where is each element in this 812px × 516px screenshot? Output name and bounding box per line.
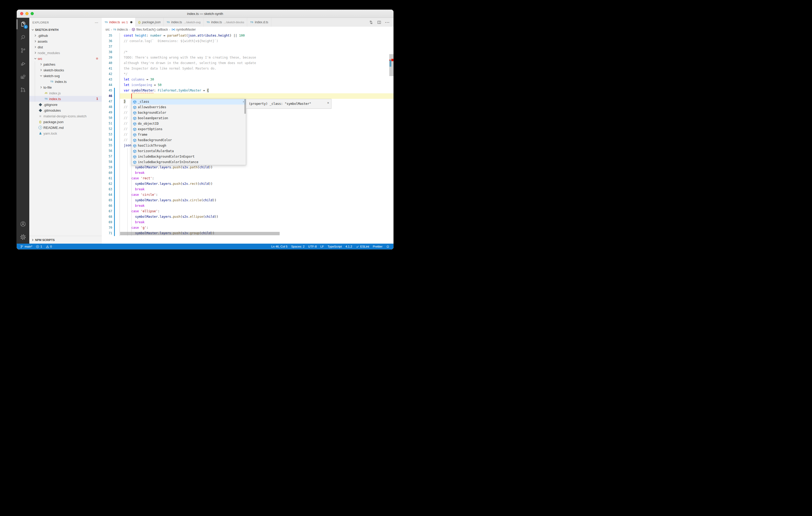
status-main-[interactable]: main*	[18, 244, 34, 249]
code-line-60[interactable]: 60 break	[102, 170, 394, 176]
activity-run-debug[interactable]	[17, 57, 29, 70]
overview-ruler[interactable]	[389, 32, 394, 244]
tab-package.json[interactable]: {}package.json	[136, 18, 164, 27]
suggestion-frame[interactable]: frame	[132, 132, 246, 138]
suggestion-do_objectID[interactable]: do_objectID	[132, 121, 246, 126]
status-typescript[interactable]: TypeScript	[326, 244, 344, 249]
code-line-41[interactable]: 41the Inspector data like normal Symbol …	[102, 66, 394, 71]
suggestion-booleanOperation[interactable]: booleanOperation	[132, 116, 246, 121]
suggestion-horizontalRulerData[interactable]: horizontalRulerData	[132, 149, 246, 154]
open-changes-button[interactable]	[369, 20, 373, 25]
explorer-actions-button[interactable]: ⋯	[95, 20, 98, 25]
suggestion-backgroundColor[interactable]: backgroundColor	[132, 110, 246, 116]
tree-item-index.ts[interactable]: TSindex.ts	[29, 79, 102, 85]
tree-item-material-design-icons.sketch[interactable]: ≡material-design-icons.sketch	[29, 113, 102, 119]
suggestion-includeBackgroundColorInInstance[interactable]: includeBackgroundColorInInstance	[132, 159, 246, 165]
tree-item-package.json[interactable]: {}package.json	[29, 119, 102, 125]
status-1[interactable]: 1	[34, 244, 44, 249]
activity-account[interactable]	[17, 217, 29, 231]
status-4-1-2[interactable]: 4.1.2	[344, 244, 354, 249]
code-line-59[interactable]: 59 symbolMaster.layers.push(s2v.path(chi…	[102, 165, 394, 170]
code-line-63[interactable]: 63 break	[102, 187, 394, 192]
status-ln-46-col-5[interactable]: Ln 46, Col 5	[269, 244, 289, 249]
activity-explorer[interactable]: 1	[17, 18, 29, 31]
breadcrumb-item-index.ts[interactable]: TSindex.ts	[113, 28, 128, 31]
tab-index.d.ts[interactable]: TSindex.d.ts	[247, 18, 271, 27]
code-line-42[interactable]: 42*/	[102, 71, 394, 77]
status-lf[interactable]: LF	[319, 244, 326, 249]
breadcrumb-item-src[interactable]: src	[106, 28, 110, 31]
tree-item-dist[interactable]: dist	[29, 44, 102, 50]
status-eslint[interactable]: ESLint	[354, 244, 371, 249]
tree-item-.gitmodules[interactable]: .gitmodules	[29, 108, 102, 113]
tree-item-index.ts[interactable]: TSindex.ts1	[29, 96, 102, 102]
suggestion-hasBackgroundColor[interactable]: hasBackgroundColor	[132, 138, 246, 143]
code-line-39[interactable]: 39TODO: There's something wrong with the…	[102, 55, 394, 60]
breadcrumb-item-symbolMaster[interactable]: symbolMaster	[172, 28, 196, 31]
status-spaces-2[interactable]: Spaces: 2	[289, 244, 306, 249]
code-line-45[interactable]: 45var symbolMaster: FileFormat.SymbolMas…	[102, 88, 394, 93]
npm-scripts-section[interactable]: NPM SCRIPTS	[29, 236, 102, 244]
suggestion-hasClickThrough[interactable]: hasClickThrough	[132, 143, 246, 149]
code-line-37[interactable]: 37	[102, 44, 394, 50]
tree-item-index.js[interactable]: JSindex.js	[29, 90, 102, 96]
activity-source-control[interactable]	[17, 44, 29, 57]
activity-github-pull-requests[interactable]	[17, 83, 29, 96]
code-line-46[interactable]: 46	[102, 93, 394, 99]
tab-index.ts-.../sketch-svg[interactable]: TSindex.ts.../sketch-svg	[164, 18, 204, 27]
activity-search[interactable]	[17, 31, 29, 44]
code-line-65[interactable]: 65 symbolMaster.layers.push(s2v.circle(c…	[102, 198, 394, 203]
code-line-61[interactable]: 61 case 'rect':	[102, 176, 394, 181]
zoom-window-button[interactable]	[31, 12, 34, 15]
tab-index.ts-src 1[interactable]: TSindex.tssrc 1	[102, 18, 136, 27]
line-number: 44	[102, 82, 112, 88]
close-icon[interactable]: ×	[327, 101, 329, 105]
code-line-70[interactable]: 70 case 'g':	[102, 225, 394, 231]
tree-item-src[interactable]: src	[29, 56, 102, 61]
code-line-69[interactable]: 69 break	[102, 219, 394, 225]
modified-line-indicator	[114, 137, 115, 143]
code-line-64[interactable]: 64 case 'circle':	[102, 192, 394, 198]
status-utf-8[interactable]: UTF-8	[306, 244, 319, 249]
suggestion-includeBackgroundColorInExport[interactable]: includeBackgroundColorInExport	[132, 154, 246, 159]
tree-item-assets[interactable]: assets	[29, 38, 102, 44]
status-prettier[interactable]: Prettier	[371, 244, 384, 249]
code-line-62[interactable]: 62 symbolMaster.layers.push(s2v.rect(chi…	[102, 181, 394, 187]
tree-item-patches[interactable]: patches	[29, 61, 102, 67]
code-line-68[interactable]: 68 symbolMaster.layers.push(s2v.ellipse(…	[102, 214, 394, 219]
tree-item-node_modules[interactable]: node_modules	[29, 50, 102, 56]
suggestion-allowsOverrides[interactable]: allowsOverrides	[132, 104, 246, 110]
tree-item-to-file[interactable]: to-file	[29, 85, 102, 90]
close-window-button[interactable]	[20, 12, 23, 15]
status-bell[interactable]	[384, 244, 392, 249]
dirty-indicator[interactable]	[130, 21, 133, 23]
minimize-window-button[interactable]	[25, 12, 29, 15]
titlebar[interactable]: index.ts — sketch-synth	[17, 10, 394, 18]
code-line-36[interactable]: 36// console.log(` Dimensions: ${width}x…	[102, 38, 394, 44]
editor-more-actions-button[interactable]: ···	[385, 20, 390, 25]
status-0[interactable]: 0	[44, 244, 54, 249]
code-line-67[interactable]: 67 case 'ellipse':	[102, 209, 394, 214]
code-line-40[interactable]: 40although they're drawn in the document…	[102, 60, 394, 66]
horizontal-scrollbar[interactable]	[120, 232, 280, 235]
activity-extensions[interactable]	[17, 70, 29, 83]
suggestion-exportOptions[interactable]: exportOptions	[132, 126, 246, 132]
code-line-43[interactable]: 43let columns = 30	[102, 77, 394, 82]
code-line-66[interactable]: 66 break	[102, 203, 394, 209]
tree-item-sketch-blocks[interactable]: sketch-blocks	[29, 67, 102, 73]
tree-item-.github[interactable]: .github	[29, 33, 102, 38]
activity-settings[interactable]	[17, 231, 29, 244]
tab-index.ts-.../sketch-blocks[interactable]: TSindex.ts.../sketch-blocks	[204, 18, 248, 27]
tree-item-yarn.lock[interactable]: yarn.lock	[29, 130, 102, 136]
code-line-44[interactable]: 44let iconSpacing = 50	[102, 82, 394, 88]
tree-item-.gitignore[interactable]: .gitignore	[29, 102, 102, 108]
tree-item-sketch-svg[interactable]: sketch-svg	[29, 73, 102, 79]
split-editor-button[interactable]	[377, 20, 381, 25]
suggestion-_class[interactable]: _class›	[132, 99, 246, 104]
code-line-38[interactable]: 38/*	[102, 50, 394, 55]
tree-item-README.md[interactable]: iREADME.md	[29, 125, 102, 130]
code-line-35[interactable]: 35const height: number = parseFloat(json…	[102, 33, 394, 38]
code-editor[interactable]: 35const height: number = parseFloat(json…	[102, 32, 394, 244]
tree-root-folder[interactable]: SKETCH-SYNTH	[29, 27, 102, 33]
breadcrumb-item-files.forEach() callback[interactable]: files.forEach() callback	[132, 28, 168, 31]
